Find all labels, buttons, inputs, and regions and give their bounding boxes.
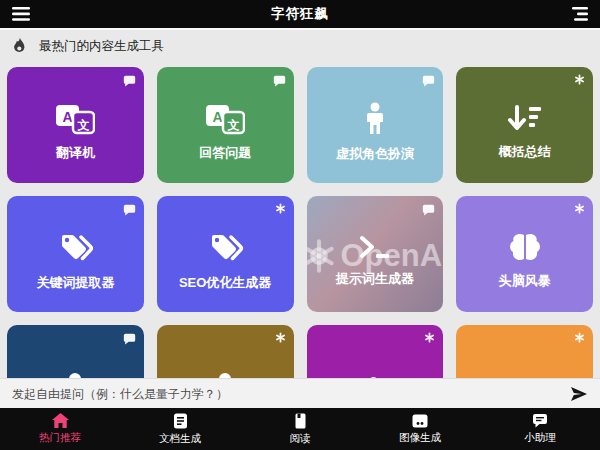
tool-card-answer-questions[interactable]: A 文 回答问题 [157, 67, 294, 183]
tool-grid: A 文 翻译机 A 文 回答问题 [0, 62, 600, 378]
tool-card-brainstorm[interactable]: 头脑风暴 [456, 196, 593, 312]
nav-tab-label: 文档生成 [159, 432, 201, 446]
openai-icon [275, 203, 286, 214]
openai-icon [574, 332, 585, 343]
tool-card-label: 概括总结 [499, 143, 551, 161]
section-title: 最热门的内容生成工具 [39, 38, 164, 55]
person-icon [362, 102, 388, 136]
brain-icon [508, 233, 542, 263]
tool-card-partial-4[interactable] [456, 325, 593, 378]
summarize-icon [507, 104, 543, 134]
flame-icon [12, 37, 27, 55]
partial-icon [69, 373, 81, 378]
openai-icon [574, 74, 585, 85]
translate-icon: A 文 [55, 103, 95, 135]
translate-icon: A 文 [205, 103, 245, 135]
image-icon [412, 414, 428, 428]
nav-tab-label: 阅读 [290, 432, 311, 446]
tool-card-translator[interactable]: A 文 翻译机 [7, 67, 144, 183]
chat-bubble-icon [422, 74, 435, 87]
openai-icon [275, 332, 286, 343]
nav-tab-image-generation[interactable]: 图像生成 [360, 408, 480, 450]
chat-bubble-icon [422, 203, 435, 216]
tool-card-roleplay[interactable]: 虚拟角色扮演 [307, 67, 444, 183]
tool-card-label: 回答问题 [199, 144, 251, 162]
tag-icon [55, 231, 95, 265]
app-screen: { "header": { "title": "字符狂飙" }, "sectio… [0, 0, 600, 450]
tool-card-label: 虚拟角色扮演 [336, 145, 414, 163]
question-input[interactable] [12, 387, 562, 401]
hamburger-menu-icon[interactable] [12, 7, 30, 21]
app-title: 字符狂飙 [271, 5, 329, 23]
tool-card-keyword-extractor[interactable]: 关键词提取器 [7, 196, 144, 312]
svg-text:A: A [213, 108, 223, 124]
tool-card-label: 头脑风暴 [499, 272, 551, 290]
document-icon [173, 413, 188, 429]
nav-tab-label: 小助理 [524, 431, 556, 445]
tool-card-label: 提示词生成器 [336, 270, 414, 288]
nav-tab-label: 热门推荐 [39, 431, 81, 445]
nav-tab-hot-recommendations[interactable]: 热门推荐 [0, 408, 120, 450]
tool-card-seo-generator[interactable]: SEO优化生成器 [157, 196, 294, 312]
tool-card-partial-1[interactable] [7, 325, 144, 378]
svg-text:A: A [63, 108, 73, 124]
tool-card-prompt-generator[interactable]: OpenAI 提示词生成器 [307, 196, 444, 312]
nav-tab-label: 图像生成 [399, 431, 441, 445]
chat-bubble-icon [123, 74, 136, 87]
home-icon [52, 413, 69, 428]
partial-icon [219, 373, 231, 378]
tool-card-summarize[interactable]: 概括总结 [456, 67, 593, 183]
nav-tab-reading[interactable]: 阅读 [240, 408, 360, 450]
chat-bubble-icon [123, 203, 136, 216]
tool-card-partial-3[interactable] [307, 325, 444, 378]
terminal-icon [358, 234, 392, 261]
assistant-icon [532, 413, 548, 428]
chat-bubble-icon [273, 74, 286, 87]
svg-text:文: 文 [77, 117, 90, 131]
sort-menu-icon[interactable] [570, 7, 588, 21]
book-icon [294, 413, 307, 429]
tool-card-label: 翻译机 [56, 144, 95, 162]
svg-text:文: 文 [227, 117, 240, 131]
openai-icon [574, 203, 585, 214]
tool-card-label: SEO优化生成器 [179, 274, 271, 292]
tool-grid-scroll[interactable]: A 文 翻译机 A 文 回答问题 [0, 62, 600, 378]
question-bar [0, 378, 600, 408]
send-icon[interactable] [570, 386, 588, 402]
tag-icon [205, 231, 245, 265]
app-bar: 字符狂飙 [0, 0, 600, 30]
tool-card-partial-2[interactable] [157, 325, 294, 378]
openai-icon [424, 332, 435, 343]
nav-tab-assistant[interactable]: 小助理 [480, 408, 600, 450]
bottom-nav: 热门推荐 文档生成 阅读 图 [0, 408, 600, 450]
nav-tab-document-generation[interactable]: 文档生成 [120, 408, 240, 450]
tool-card-label: 关键词提取器 [36, 274, 114, 292]
chat-bubble-icon [123, 332, 136, 345]
partial-icon [369, 377, 378, 378]
section-header: 最热门的内容生成工具 [0, 30, 600, 62]
